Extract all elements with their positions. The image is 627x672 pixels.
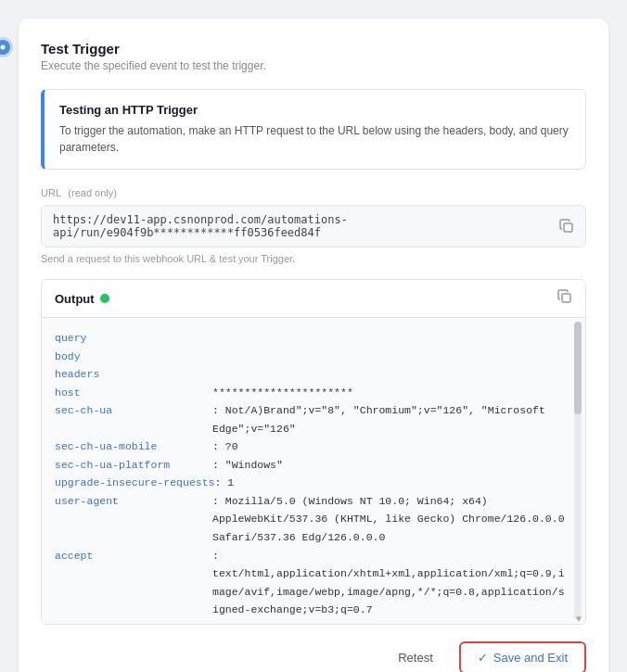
output-copy-icon[interactable] [557,289,572,308]
scroll-down-arrow[interactable]: ▼ [574,614,582,624]
output-key: headers [55,365,212,384]
output-key: upgrade-insecure-requests [55,474,215,492]
output-value [212,329,565,348]
svg-rect-1 [564,223,572,232]
retest-button[interactable]: Retest [383,643,448,672]
scrollbar-thumb[interactable] [574,322,582,414]
info-box-title: Testing an HTTP Trigger [59,103,570,117]
url-hint: Send a request to this webhook URL & tes… [41,253,586,264]
output-line: upgrade-insecure-requests : 1 [55,474,565,492]
output-line: sec-fetch-site : none [55,619,565,624]
output-section: Output querybodyheaders host ***********… [41,279,586,625]
svg-point-0 [1,45,6,50]
output-value: : ?0 [212,437,565,456]
footer: Retest ✓ Save and Exit [41,641,586,672]
page-title: Test Trigger [41,41,586,57]
info-box: Testing an HTTP Trigger To trigger the a… [41,89,586,170]
output-label: Output [55,292,95,306]
output-header: Output [42,280,585,318]
step-indicator [0,37,13,57]
output-key: sec-ch-ua-mobile [55,437,212,456]
output-key: host [55,384,212,402]
output-key: sec-ch-ua-platform [55,456,212,475]
scrollbar-track: ▼ [574,322,582,620]
output-line: sec-ch-ua-mobile : ?0 [55,437,565,456]
save-exit-button[interactable]: ✓ Save and Exit [459,641,586,672]
output-body[interactable]: querybodyheaders host ******************… [42,318,585,624]
output-key: query [55,329,212,348]
output-value: : Not/A)Brand";v="8", "Chromium";v="126"… [212,401,565,437]
url-input-row: https://dev11-app.csnonprod.com/automati… [41,205,586,247]
output-line: sec-ch-ua : Not/A)Brand";v="8", "Chromiu… [55,401,565,437]
output-status-dot [100,294,109,303]
output-line: body [55,348,565,366]
output-line: accept : text/html,application/xhtml+xml… [55,547,565,619]
main-container: Test Trigger Execute the specified event… [19,19,608,672]
output-line: headers [55,365,565,384]
output-line: query [55,329,565,348]
output-value: ********************** [212,384,565,402]
output-line: sec-ch-ua-platform : "Windows" [55,456,565,475]
output-key: sec-ch-ua [55,401,212,437]
page-subtitle: Execute the specified event to test the … [41,59,586,72]
output-line: host ********************** [55,384,565,402]
info-box-text: To trigger the automation, make an HTTP … [59,122,570,156]
output-value: : Mozilla/5.0 (Windows NT 10.0; Win64; x… [212,492,565,547]
output-line: user-agent : Mozilla/5.0 (Windows NT 10.… [55,492,565,547]
output-key: body [55,348,212,366]
output-value: : 1 [215,474,565,492]
output-value [212,365,565,384]
url-section: URL (read only) https://dev11-app.csnonp… [41,186,586,264]
output-value: : "Windows" [212,456,565,475]
copy-url-icon[interactable] [559,219,574,234]
url-value: https://dev11-app.csnonprod.com/automati… [53,213,559,239]
output-value: : text/html,application/xhtml+xml,applic… [212,547,565,619]
output-key: user-agent [55,492,212,547]
check-icon: ✓ [478,651,488,665]
svg-rect-2 [562,294,570,302]
output-value [212,348,565,366]
url-label: URL (read only) [41,186,586,199]
output-value: : none [212,619,565,624]
output-key: sec-fetch-site [55,619,212,624]
output-key: accept [55,547,212,619]
